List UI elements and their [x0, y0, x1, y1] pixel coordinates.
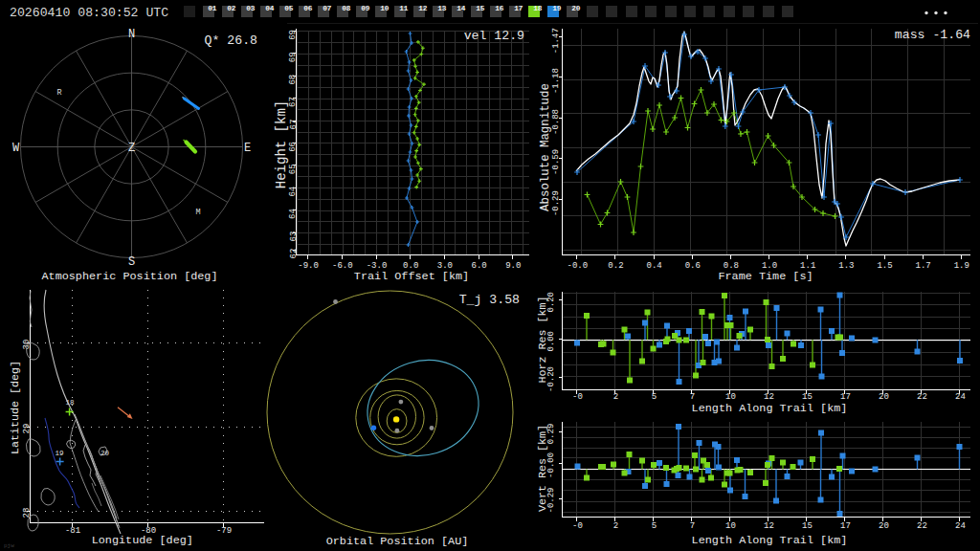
- svg-text:12: 12: [764, 392, 774, 402]
- svg-text:15: 15: [802, 392, 813, 402]
- svg-text:Absolute Magnitude: Absolute Magnitude: [539, 83, 552, 211]
- svg-text:29: 29: [22, 424, 32, 434]
- svg-text:N: N: [128, 28, 135, 41]
- svg-text:17: 17: [514, 5, 523, 12]
- svg-text:17: 17: [840, 521, 851, 531]
- svg-text:-0.0: -0.0: [567, 261, 588, 271]
- svg-text:67: 67: [289, 97, 299, 107]
- svg-text:6.0: 6.0: [471, 261, 486, 271]
- svg-text:03: 03: [246, 5, 256, 12]
- svg-text:Orbital Position [AU]: Orbital Position [AU]: [326, 535, 469, 548]
- svg-text:12: 12: [764, 521, 774, 531]
- svg-text:19: 19: [552, 5, 562, 12]
- svg-text:20: 20: [879, 392, 889, 402]
- svg-text:10: 10: [725, 521, 736, 531]
- svg-text:-79: -79: [216, 526, 232, 536]
- svg-text:-0.59: -0.59: [551, 149, 561, 175]
- svg-text:62: 62: [289, 249, 299, 259]
- svg-text:1.9: 1.9: [954, 261, 969, 271]
- svg-text:17: 17: [840, 392, 851, 402]
- svg-text:Trail Offset [km]: Trail Offset [km]: [354, 270, 469, 283]
- svg-text:20: 20: [100, 450, 110, 457]
- svg-text:30: 30: [22, 340, 32, 350]
- svg-text:E: E: [244, 142, 251, 155]
- svg-text:1.7: 1.7: [916, 261, 931, 271]
- svg-text:1.3: 1.3: [838, 261, 854, 271]
- svg-text:Z: Z: [128, 142, 135, 155]
- svg-text:64: 64: [289, 209, 299, 219]
- svg-text:Height [km]: Height [km]: [274, 100, 289, 188]
- svg-text:Frame Time [s]: Frame Time [s]: [718, 270, 813, 283]
- svg-text:09: 09: [361, 5, 370, 12]
- svg-text:01: 01: [208, 5, 217, 12]
- svg-text:9.0: 9.0: [505, 261, 521, 271]
- svg-text:-0.29: -0.29: [551, 190, 561, 216]
- svg-text:11: 11: [399, 5, 409, 12]
- svg-text:1.5: 1.5: [877, 261, 892, 271]
- svg-text:-0: -0: [572, 392, 583, 402]
- svg-text:24: 24: [955, 392, 966, 402]
- svg-text:T_j 3.58: T_j 3.58: [459, 293, 520, 307]
- svg-text:5: 5: [652, 521, 657, 531]
- svg-text:-0.88: -0.88: [551, 109, 561, 135]
- svg-text:10: 10: [380, 5, 390, 12]
- svg-text:64: 64: [289, 187, 299, 197]
- svg-text:15: 15: [476, 5, 485, 12]
- svg-text:13: 13: [437, 5, 447, 12]
- svg-text:-6.0: -6.0: [332, 261, 353, 271]
- svg-text:66: 66: [289, 142, 299, 152]
- svg-text:67: 67: [289, 120, 299, 130]
- svg-text:16: 16: [495, 5, 504, 12]
- svg-text:19: 19: [55, 450, 63, 457]
- svg-text:22: 22: [917, 392, 927, 402]
- svg-text:08: 08: [342, 5, 351, 12]
- svg-text:06: 06: [303, 5, 313, 12]
- svg-text:18: 18: [533, 5, 543, 12]
- svg-text:68: 68: [289, 75, 299, 85]
- svg-text:Vert Res [km]: Vert Res [km]: [536, 425, 549, 512]
- svg-text:04: 04: [265, 5, 275, 12]
- svg-text:63: 63: [289, 231, 299, 242]
- svg-text:7: 7: [690, 521, 695, 531]
- svg-text:Latitude [deg]: Latitude [deg]: [9, 361, 22, 454]
- svg-text:18: 18: [65, 399, 74, 407]
- svg-text:pjw: pjw: [4, 542, 14, 549]
- svg-text:S: S: [128, 255, 135, 269]
- svg-text:65: 65: [289, 164, 299, 174]
- svg-text:2: 2: [613, 521, 618, 531]
- svg-text:vel 12.9: vel 12.9: [464, 29, 524, 43]
- svg-text:69: 69: [289, 52, 299, 62]
- svg-text:20260410 08:30:52 UTC: 20260410 08:30:52 UTC: [10, 6, 168, 20]
- svg-text:7: 7: [690, 392, 695, 402]
- svg-text:R: R: [56, 88, 61, 98]
- svg-text:-0: -0: [572, 521, 583, 531]
- svg-text:Atmospheric Position [deg]: Atmospheric Position [deg]: [41, 270, 217, 283]
- svg-text:05: 05: [284, 5, 294, 12]
- svg-text:5: 5: [652, 392, 657, 402]
- svg-text:2: 2: [613, 392, 618, 402]
- svg-text:20: 20: [571, 5, 581, 12]
- svg-text:Q* 26.8: Q* 26.8: [205, 33, 257, 48]
- svg-text:0.4: 0.4: [646, 261, 661, 271]
- svg-text:-9.0: -9.0: [298, 261, 319, 271]
- svg-text:-1.18: -1.18: [551, 68, 561, 94]
- svg-text:M: M: [195, 208, 200, 217]
- svg-text:22: 22: [917, 521, 927, 531]
- svg-text:Length Along Trail [km]: Length Along Trail [km]: [692, 402, 848, 415]
- svg-text:W: W: [12, 142, 20, 155]
- svg-text:10: 10: [725, 392, 736, 402]
- svg-text:02: 02: [227, 5, 236, 12]
- svg-text:14: 14: [457, 5, 466, 12]
- svg-text:Horz Res [km]: Horz Res [km]: [536, 296, 549, 383]
- svg-text:0.6: 0.6: [685, 261, 701, 271]
- svg-text:-81: -81: [65, 526, 80, 536]
- svg-text:-1.47: -1.47: [551, 28, 561, 54]
- svg-text:Longitude [deg]: Longitude [deg]: [92, 534, 193, 547]
- svg-text:15: 15: [802, 521, 813, 531]
- svg-text:20: 20: [879, 521, 889, 531]
- svg-text:07: 07: [323, 5, 332, 12]
- svg-text:69: 69: [289, 30, 299, 40]
- svg-text:24: 24: [955, 521, 966, 531]
- svg-text:mass -1.64: mass -1.64: [895, 28, 970, 42]
- svg-text:Length Along Trail [km]: Length Along Trail [km]: [692, 534, 848, 547]
